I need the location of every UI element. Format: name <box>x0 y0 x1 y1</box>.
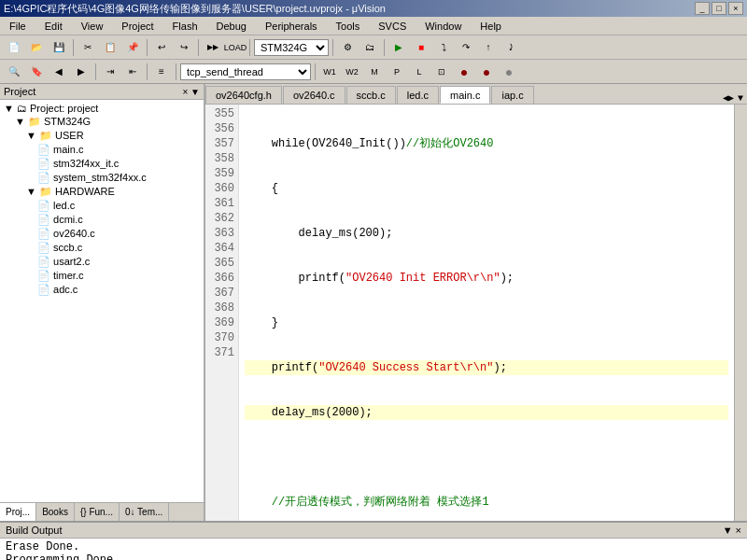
code-editor[interactable]: 355 356 357 358 359 360 361 362 363 364 … <box>205 105 747 521</box>
code-line-358: printf("OV2640 Init ERROR\r\n"); <box>245 271 728 286</box>
serial-btn[interactable]: ⊡ <box>431 63 452 81</box>
tree-usart2-c[interactable]: 📄 usart2.c <box>0 255 204 269</box>
menu-help[interactable]: Help <box>474 19 507 34</box>
sccb-label: sccb.c <box>53 242 82 253</box>
debug-start-btn[interactable]: ▶ <box>388 38 409 57</box>
expand-icon: ▼ <box>15 116 25 127</box>
watch2-btn[interactable]: W2 <box>342 63 362 81</box>
tab-iap[interactable]: iap.c <box>491 86 533 104</box>
next-btn[interactable]: ▶ <box>71 63 92 81</box>
bookmark-btn[interactable]: 🔖 <box>26 63 47 81</box>
outdent-btn[interactable]: ⇤ <box>122 63 143 81</box>
new-btn[interactable]: 📄 <box>4 38 24 57</box>
tab-led[interactable]: led.c <box>397 86 439 104</box>
step-btn[interactable]: ⤵ <box>433 38 454 57</box>
close-button[interactable]: × <box>728 2 743 15</box>
project-tree[interactable]: ▼ 🗂 Project: project ▼ 📁 STM324G ▼ 📁 USE… <box>0 100 204 502</box>
code-scrollbar[interactable] <box>734 105 747 521</box>
format-btn[interactable]: ≡ <box>151 63 172 81</box>
tab-ov2640[interactable]: ov2640.c <box>283 86 345 104</box>
redo-btn[interactable]: ↪ <box>174 38 194 57</box>
window-controls[interactable]: _ □ × <box>695 2 743 15</box>
code-text[interactable]: while(OV2640_Init())//初始化OV2640 { delay_… <box>239 105 734 521</box>
file-icon: 📄 <box>37 284 50 295</box>
proj-tab-functions[interactable]: {} Fun... <box>75 503 120 521</box>
indent-btn[interactable]: ⇥ <box>100 63 120 81</box>
menu-edit[interactable]: Edit <box>39 19 68 34</box>
search-btn[interactable]: 🔍 <box>4 63 24 81</box>
tree-hardware-folder[interactable]: ▼ 📁 HARDWARE <box>0 185 204 199</box>
tree-stm324g[interactable]: ▼ 📁 STM324G <box>0 115 204 129</box>
project-header: Project × ▼ <box>0 84 204 100</box>
menu-file[interactable]: File <box>4 19 32 34</box>
editor-tabs-bar: ov2640cfg.h ov2640.c sccb.c led.c main.c… <box>205 84 747 105</box>
tree-project-root[interactable]: ▼ 🗂 Project: project <box>0 102 204 115</box>
code-line-360: printf("OV2640 Success Start\r\n"); <box>245 360 728 375</box>
target-options-btn[interactable]: ⚙ <box>337 38 358 57</box>
tree-sccb-c[interactable]: 📄 sccb.c <box>0 241 204 255</box>
undo-btn[interactable]: ↩ <box>151 38 172 57</box>
tree-adc-c[interactable]: 📄 adc.c <box>0 283 204 297</box>
cut-btn[interactable]: ✂ <box>78 38 98 57</box>
tabs-close-btn[interactable]: ▼ <box>738 93 743 104</box>
stop2-btn[interactable]: ● <box>476 63 497 81</box>
tree-system[interactable]: 📄 system_stm32f4xx.c <box>0 171 204 185</box>
tab-sccb[interactable]: sccb.c <box>346 86 396 104</box>
menu-svcs[interactable]: SVCS <box>373 19 412 34</box>
menu-window[interactable]: Window <box>419 19 467 34</box>
run-to-btn[interactable]: ⤸ <box>500 38 521 57</box>
load-btn[interactable]: LOAD <box>225 38 246 57</box>
tab-main[interactable]: main.c <box>440 86 490 104</box>
minimize-button[interactable]: _ <box>695 2 710 15</box>
menu-view[interactable]: View <box>76 19 109 34</box>
manage-btn[interactable]: 🗂 <box>359 38 380 57</box>
menu-flash[interactable]: Flash <box>167 19 204 34</box>
build-btn[interactable]: ▶▶ <box>203 38 223 57</box>
file-icon: 📄 <box>37 256 50 267</box>
tree-timer-c[interactable]: 📄 timer.c <box>0 269 204 283</box>
stop-btn[interactable]: ■ <box>411 38 431 57</box>
sep2 <box>147 39 148 56</box>
sep3 <box>198 39 199 56</box>
mem-btn[interactable]: M <box>364 63 385 81</box>
perf-btn[interactable]: P <box>387 63 407 81</box>
tab-ov2640cfg[interactable]: ov2640cfg.h <box>205 86 282 104</box>
save-btn[interactable]: 💾 <box>49 38 69 57</box>
proj-tab-project[interactable]: Proj... <box>0 503 36 521</box>
tree-led-c[interactable]: 📄 led.c <box>0 199 204 213</box>
tree-main-c[interactable]: 📄 main.c <box>0 143 204 157</box>
config-btn[interactable]: ● <box>499 63 519 81</box>
build-header-controls[interactable]: ▼ × <box>723 525 741 536</box>
usart2-label: usart2.c <box>53 256 90 267</box>
menu-debug[interactable]: Debug <box>211 19 252 34</box>
code-line-363: //开启透传模式，判断网络附着 模式选择1 <box>245 495 728 510</box>
project-close-btn[interactable]: × ▼ <box>182 87 200 97</box>
tabs-right-btn[interactable]: ▶ <box>728 92 734 104</box>
open-btn[interactable]: 📂 <box>26 38 47 57</box>
step-out-btn[interactable]: ↑ <box>478 38 499 57</box>
tabs-scroll-controls[interactable]: ◀ ▶ ▼ <box>723 92 747 104</box>
thread-combo[interactable]: tcp_send_thread <box>180 63 311 80</box>
copy-btn[interactable]: 📋 <box>100 38 120 57</box>
tree-dcmi-c[interactable]: 📄 dcmi.c <box>0 213 204 227</box>
tree-stm32f4xx-it[interactable]: 📄 stm32f4xx_it.c <box>0 157 204 171</box>
tree-user-folder[interactable]: ▼ 📁 USER <box>0 129 204 143</box>
build-output-content[interactable]: Erase Done. Programming Done. Verify OK.… <box>0 539 747 560</box>
logic-btn[interactable]: L <box>409 63 430 81</box>
main-area: Project × ▼ ▼ 🗂 Project: project ▼ 📁 STM… <box>0 84 747 521</box>
step-over-btn[interactable]: ↷ <box>456 38 476 57</box>
maximize-button[interactable]: □ <box>712 2 726 15</box>
paste-btn[interactable]: 📌 <box>122 38 143 57</box>
menu-project[interactable]: Project <box>116 19 159 34</box>
prev-btn[interactable]: ◀ <box>49 63 69 81</box>
stm324g-label: STM324G <box>44 116 91 127</box>
target-combo[interactable]: STM324G <box>254 39 329 56</box>
sep4 <box>249 39 250 56</box>
menu-peripherals[interactable]: Peripherals <box>260 19 323 34</box>
watch1-btn[interactable]: W1 <box>319 63 340 81</box>
tree-ov2640-c[interactable]: 📄 ov2640.c <box>0 227 204 241</box>
proj-tab-templates[interactable]: 0↓ Tem... <box>120 503 169 521</box>
menu-tools[interactable]: Tools <box>331 19 366 34</box>
proj-tab-books[interactable]: Books <box>36 503 75 521</box>
run2-btn[interactable]: ● <box>454 63 474 81</box>
